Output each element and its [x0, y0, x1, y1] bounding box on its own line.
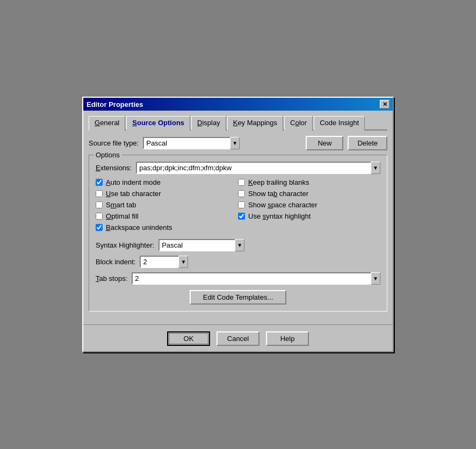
extensions-row: Extensions: pas;dpr;dpk;inc;dfm;xfm;dpkw… [96, 162, 380, 174]
syntax-highlighter-row: Syntax Highlighter: Pascal C++ HTML ▼ [96, 239, 380, 251]
options-group-label: Options [93, 151, 122, 159]
source-file-type-row: Source file type: Pascal C++ HTML ▼ New … [89, 136, 387, 150]
auto-indent-label: Auto indent mode [106, 178, 161, 186]
checkboxes-section: Auto indent mode Use tab character Smart… [96, 178, 380, 235]
tab-general[interactable]: General [89, 116, 125, 131]
syntax-highlighter-label: Syntax Highlighter: [96, 241, 154, 249]
use-tab-row: Use tab character [96, 190, 238, 198]
editor-properties-dialog: Editor Properties ✕ General Source Optio… [82, 97, 394, 352]
edit-code-templates-section: Edit Code Templates... [96, 290, 380, 305]
use-syntax-checkbox[interactable] [238, 213, 245, 220]
new-button[interactable]: New [306, 136, 343, 150]
use-tab-checkbox[interactable] [96, 190, 103, 197]
checkboxes-left-col: Auto indent mode Use tab character Smart… [96, 178, 238, 235]
use-tab-label: Use tab character [106, 190, 161, 198]
optimal-fill-row: Optimal fill [96, 212, 238, 220]
tab-code-insight[interactable]: Code Insight [314, 116, 365, 131]
smart-tab-checkbox[interactable] [96, 201, 103, 208]
help-button[interactable]: Help [266, 331, 309, 346]
dialog-body: General Source Options Display Key Mappi… [83, 111, 393, 322]
tab-stops-wrapper: 1 2 4 8 ▼ [132, 272, 380, 285]
tab-source-options[interactable]: Source Options [126, 116, 190, 131]
smart-tab-row: Smart tab [96, 201, 238, 209]
block-indent-row: Block indent: 1 2 3 4 ▼ [96, 256, 380, 268]
backspace-unindents-label: Backspace unindents [106, 223, 172, 231]
tab-stops-label: Tab stops: [96, 274, 127, 283]
syntax-highlighter-wrapper: Pascal C++ HTML ▼ [158, 239, 244, 251]
dialog-title: Editor Properties [86, 100, 143, 108]
backspace-unindents-checkbox[interactable] [96, 224, 103, 231]
tab-display[interactable]: Display [191, 116, 226, 131]
title-bar: Editor Properties ✕ [83, 98, 393, 111]
use-syntax-row: Use syntax highlight [238, 212, 380, 220]
source-file-type-wrapper: Pascal C++ HTML ▼ [143, 137, 240, 149]
use-syntax-label: Use syntax highlight [248, 212, 311, 220]
smart-tab-label: Smart tab [106, 201, 136, 209]
show-tab-char-checkbox[interactable] [238, 190, 245, 197]
backspace-unindents-row: Backspace unindents [96, 223, 238, 231]
ok-button[interactable]: OK [167, 331, 210, 346]
auto-indent-row: Auto indent mode [96, 178, 238, 186]
keep-trailing-label: Keep trailing blanks [248, 178, 309, 186]
extensions-select[interactable]: pas;dpr;dpk;inc;dfm;xfm;dpkw [136, 162, 380, 174]
cancel-button[interactable]: Cancel [217, 331, 259, 346]
syntax-highlighter-select[interactable]: Pascal C++ HTML [158, 239, 244, 251]
dialog-footer: OK Cancel Help [83, 324, 393, 351]
block-indent-label: Block indent: [96, 258, 135, 266]
block-indent-wrapper: 1 2 3 4 ▼ [140, 256, 188, 268]
show-space-checkbox[interactable] [238, 201, 245, 208]
options-group: Options Extensions: pas;dpr;dpk;inc;dfm;… [89, 155, 387, 312]
block-indent-select[interactable]: 1 2 3 4 [140, 256, 188, 268]
show-space-label: Show space character [248, 201, 318, 209]
checkboxes-right-col: Keep trailing blanks Show tab character … [238, 178, 380, 235]
source-file-type-label: Source file type: [89, 139, 139, 147]
source-file-type-select[interactable]: Pascal C++ HTML [143, 137, 240, 149]
show-tab-char-label: Show tab character [248, 190, 308, 198]
extensions-wrapper: pas;dpr;dpk;inc;dfm;xfm;dpkw ▼ [136, 162, 380, 174]
tab-bar: General Source Options Display Key Mappi… [89, 115, 387, 131]
show-tab-char-row: Show tab character [238, 190, 380, 198]
keep-trailing-checkbox[interactable] [238, 179, 245, 186]
tab-color[interactable]: Color [284, 116, 313, 131]
close-button[interactable]: ✕ [380, 100, 390, 108]
tab-stops-select[interactable]: 1 2 4 8 [132, 272, 380, 285]
delete-button[interactable]: Delete [348, 136, 387, 150]
extensions-label: Extensions: [96, 164, 132, 172]
show-space-row: Show space character [238, 201, 380, 209]
tab-stops-row: Tab stops: 1 2 4 8 ▼ [96, 272, 380, 285]
tab-key-mappings[interactable]: Key Mappings [227, 116, 283, 131]
optimal-fill-label: Optimal fill [106, 212, 139, 220]
keep-trailing-row: Keep trailing blanks [238, 178, 380, 186]
auto-indent-checkbox[interactable] [96, 179, 103, 186]
optimal-fill-checkbox[interactable] [96, 213, 103, 220]
edit-code-templates-button[interactable]: Edit Code Templates... [190, 290, 286, 305]
